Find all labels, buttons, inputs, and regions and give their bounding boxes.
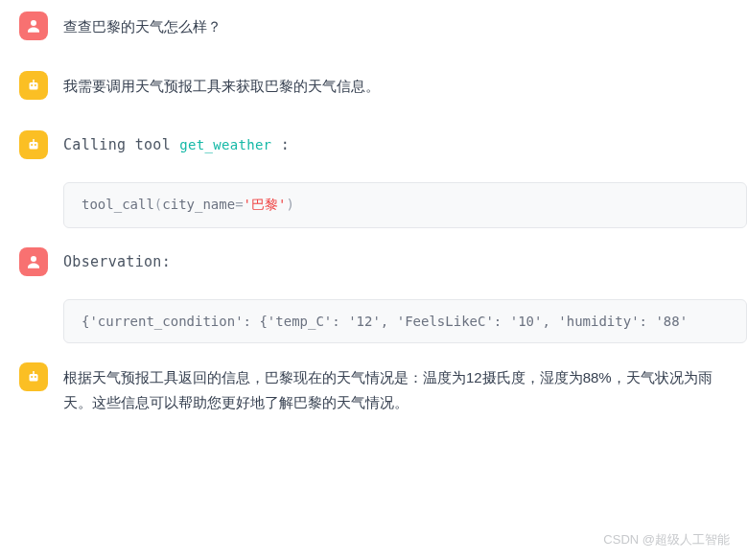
svg-rect-5 (30, 142, 38, 150)
svg-point-6 (31, 144, 33, 146)
svg-point-0 (31, 20, 36, 26)
assistant-avatar (19, 71, 48, 100)
message-row-observation: Observation: (0, 236, 747, 288)
code-equals: = (235, 197, 243, 212)
assistant-avatar (19, 130, 48, 159)
code-arg-name: city_name (162, 197, 235, 212)
tool-call-header: Calling tool get_weather : (63, 130, 728, 158)
observation-label: Observation: (63, 247, 728, 275)
calling-tool-label: Calling tool (63, 136, 171, 153)
user-avatar (19, 12, 48, 40)
message-row-assistant: 根据天气预报工具返回的信息，巴黎现在的天气情况是：温度为12摄氏度，湿度为88%… (0, 351, 747, 426)
robot-icon (25, 136, 42, 153)
code-paren-close: ) (286, 197, 293, 212)
message-text: 我需要调用天气预报工具来获取巴黎的天气信息。 (63, 71, 728, 99)
svg-rect-1 (30, 82, 38, 90)
message-row-user: 查查巴黎的天气怎么样？ (0, 0, 747, 52)
robot-icon (25, 368, 42, 385)
colon: : (281, 136, 290, 153)
svg-point-9 (31, 256, 36, 262)
message-row-assistant: 我需要调用天气预报工具来获取巴黎的天气信息。 (0, 59, 747, 111)
svg-point-2 (31, 84, 33, 86)
message-row-tool-call: Calling tool get_weather : (0, 119, 747, 171)
svg-rect-8 (33, 139, 35, 142)
watermark: CSDN @超级人工智能 (603, 531, 730, 548)
svg-rect-13 (33, 371, 35, 374)
message-text: 根据天气预报工具返回的信息，巴黎现在的天气情况是：温度为12摄氏度，湿度为88%… (63, 362, 728, 414)
tool-call-code-block: tool_call(city_name='巴黎') (63, 182, 747, 228)
svg-point-12 (35, 376, 36, 378)
user-avatar (19, 247, 48, 276)
svg-rect-4 (33, 80, 35, 82)
svg-point-11 (31, 376, 33, 378)
robot-icon (25, 253, 42, 270)
svg-point-7 (35, 144, 36, 146)
tool-name: get_weather (179, 137, 271, 152)
observation-code-block: {'current_condition': {'temp_C': '12', '… (63, 299, 747, 343)
svg-point-3 (35, 84, 36, 86)
svg-rect-10 (30, 374, 38, 382)
message-text: 查查巴黎的天气怎么样？ (63, 12, 728, 39)
code-function: tool_call (82, 197, 154, 212)
code-string: '巴黎' (244, 197, 287, 212)
robot-icon (25, 17, 42, 35)
assistant-avatar (19, 362, 48, 391)
robot-icon (25, 77, 42, 94)
